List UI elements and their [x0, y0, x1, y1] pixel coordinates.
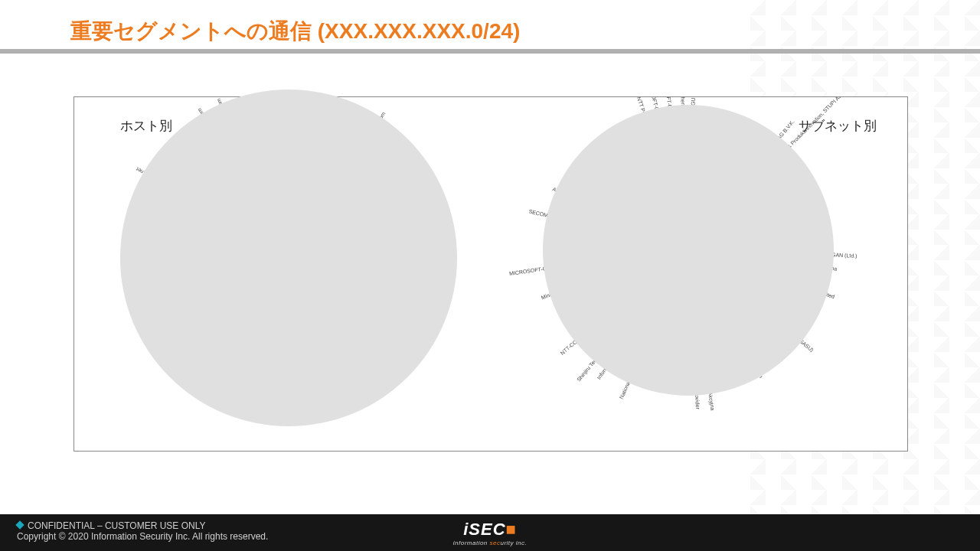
charts-panel: ホスト別 e9659.dspg.akamaiedge.net52.113.96.…	[74, 96, 908, 452]
chart-subnet-label: サブネット別	[799, 117, 877, 135]
footer-logo: iSEC■ information security inc.	[453, 520, 528, 546]
chart-subnet: サブネット別 Deutschen Forschungsnetzes e.V.DH…	[491, 97, 907, 451]
page-title: 重要セグメントへの通信 (XXX.XXX.XXX.0/24)	[70, 17, 520, 46]
chart-host: ホスト別 e9659.dspg.akamaiedge.net52.113.96.…	[74, 97, 491, 451]
title-divider	[0, 49, 980, 54]
chart-host-label: ホスト別	[120, 117, 172, 135]
footer: CONFIDENTIAL – CUSTOMER USE ONLY Copyrig…	[0, 514, 980, 551]
